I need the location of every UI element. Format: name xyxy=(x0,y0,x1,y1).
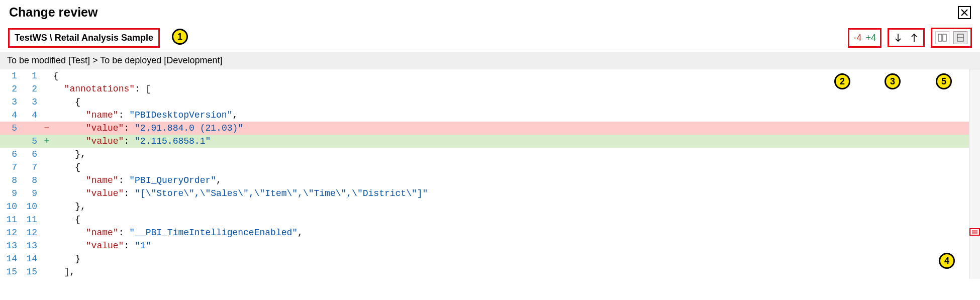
code-content: "value": "[\"Store\",\"Sales\",\"Item\",… xyxy=(51,187,969,200)
line-number-new: 6 xyxy=(22,148,42,161)
next-change-button[interactable] xyxy=(892,32,904,44)
line-number-new: 13 xyxy=(22,239,42,252)
code-line[interactable]: 1515 ], xyxy=(0,265,969,278)
line-number-old: 8 xyxy=(0,174,22,187)
change-counts: -4 +4 xyxy=(848,28,881,48)
code-line[interactable]: 5+ "value": "2.115.6858.1" xyxy=(0,135,969,148)
line-number-new: 12 xyxy=(22,226,42,239)
view-toggle-group xyxy=(931,28,972,48)
code-content: "value": "1" xyxy=(51,239,969,252)
code-pane[interactable]: 11{22 "annotations": [33 {44 "name": "PB… xyxy=(0,69,969,279)
code-line[interactable]: 33 { xyxy=(0,95,969,109)
line-number-new: 10 xyxy=(22,200,42,213)
line-number-old: 10 xyxy=(0,200,22,213)
minimap[interactable] xyxy=(969,69,980,279)
line-number-old: 4 xyxy=(0,109,22,122)
diff-marker xyxy=(42,82,51,95)
callout-1: 1 xyxy=(172,29,188,45)
code-content: }, xyxy=(51,200,969,213)
header: Change review xyxy=(0,0,980,24)
diff-marker xyxy=(42,252,51,265)
code-line[interactable]: 22 "annotations": [ xyxy=(0,82,969,95)
line-number-old: 15 xyxy=(0,265,22,278)
code-line[interactable]: 1414 } xyxy=(0,252,969,265)
line-number-new: 8 xyxy=(22,174,42,187)
diff-marker xyxy=(42,239,51,252)
toolbar: TestWS \ Retail Analysis Sample -4 +4 xyxy=(0,24,980,52)
line-number-old: 14 xyxy=(0,252,22,265)
line-number-old: 6 xyxy=(0,148,22,161)
line-number-new: 4 xyxy=(22,109,42,122)
code-content: "value": "2.91.884.0 (21.03)" xyxy=(51,122,969,135)
diff-marker xyxy=(42,161,51,174)
code-content: }, xyxy=(51,148,969,161)
line-number-old: 13 xyxy=(0,239,22,252)
line-number-old: 9 xyxy=(0,187,22,200)
side-by-side-view-button[interactable] xyxy=(935,31,949,44)
code-line[interactable]: 1010 }, xyxy=(0,200,969,213)
line-number-new: 3 xyxy=(22,95,42,109)
diff-marker xyxy=(42,174,51,187)
diff-marker: + xyxy=(42,135,51,148)
code-content: "value": "2.115.6858.1" xyxy=(51,135,969,148)
line-number-old: 3 xyxy=(0,95,22,109)
code-line[interactable]: 1313 "value": "1" xyxy=(0,239,969,252)
diff-marker xyxy=(42,187,51,200)
code-content: "name": "PBI_QueryOrder", xyxy=(51,174,969,187)
code-content: ], xyxy=(51,265,969,278)
code-line[interactable]: 77 { xyxy=(0,161,969,174)
inline-icon xyxy=(957,34,964,42)
side-by-side-icon xyxy=(938,34,947,42)
line-number-old: 5 xyxy=(0,122,22,135)
comparison-label: To be modified [Test] > To be deployed [… xyxy=(0,52,980,69)
line-number-new: 2 xyxy=(22,82,42,95)
callout-3: 3 xyxy=(885,73,901,89)
line-number-old: 11 xyxy=(0,213,22,226)
svg-rect-1 xyxy=(943,34,946,41)
code-line[interactable]: 1212 "name": "__PBI_TimeIntelligenceEnab… xyxy=(0,226,969,239)
prev-change-button[interactable] xyxy=(908,32,920,44)
code-line[interactable]: 44 "name": "PBIDesktopVersion", xyxy=(0,109,969,122)
arrow-up-icon xyxy=(910,33,918,43)
line-number-new: 9 xyxy=(22,187,42,200)
code-content: { xyxy=(51,95,969,109)
diff-marker xyxy=(42,109,51,122)
code-content: "name": "PBIDesktopVersion", xyxy=(51,109,969,122)
code-content: "name": "__PBI_TimeIntelligenceEnabled", xyxy=(51,226,969,239)
callout-2: 2 xyxy=(834,73,850,89)
close-button[interactable] xyxy=(958,6,971,19)
diff-viewer: 11{22 "annotations": [33 {44 "name": "PB… xyxy=(0,69,980,279)
code-content: "annotations": [ xyxy=(51,82,969,95)
diff-marker xyxy=(42,148,51,161)
line-number-new: 15 xyxy=(22,265,42,278)
code-line[interactable]: 88 "name": "PBI_QueryOrder", xyxy=(0,174,969,187)
line-number-new: 11 xyxy=(22,213,42,226)
code-line[interactable]: 11{ xyxy=(0,69,969,82)
code-line[interactable]: 5− "value": "2.91.884.0 (21.03)" xyxy=(0,122,969,135)
code-line[interactable]: 66 }, xyxy=(0,148,969,161)
diff-marker xyxy=(42,226,51,239)
arrow-down-icon xyxy=(894,33,902,43)
inline-view-button[interactable] xyxy=(953,31,967,44)
line-number-old: 2 xyxy=(0,82,22,95)
code-content: } xyxy=(51,252,969,265)
close-icon xyxy=(960,9,968,17)
page-title: Change review xyxy=(9,5,97,20)
code-line[interactable]: 99 "value": "[\"Store\",\"Sales\",\"Item… xyxy=(0,187,969,200)
added-count: +4 xyxy=(865,33,876,43)
line-number-old: 12 xyxy=(0,226,22,239)
code-line[interactable]: 1111 { xyxy=(0,213,969,226)
line-number-new xyxy=(22,122,42,135)
line-number-new: 5 xyxy=(22,135,42,148)
code-content: { xyxy=(51,69,969,82)
minimap-change-marker[interactable] xyxy=(969,228,980,236)
line-number-new: 1 xyxy=(22,69,42,82)
removed-count: -4 xyxy=(853,33,861,43)
diff-marker: − xyxy=(42,122,51,135)
line-number-new: 14 xyxy=(22,252,42,265)
line-number-new: 7 xyxy=(22,161,42,174)
callout-5: 5 xyxy=(936,73,952,89)
line-number-old xyxy=(0,135,22,148)
svg-rect-0 xyxy=(938,34,942,41)
diff-marker xyxy=(42,95,51,109)
